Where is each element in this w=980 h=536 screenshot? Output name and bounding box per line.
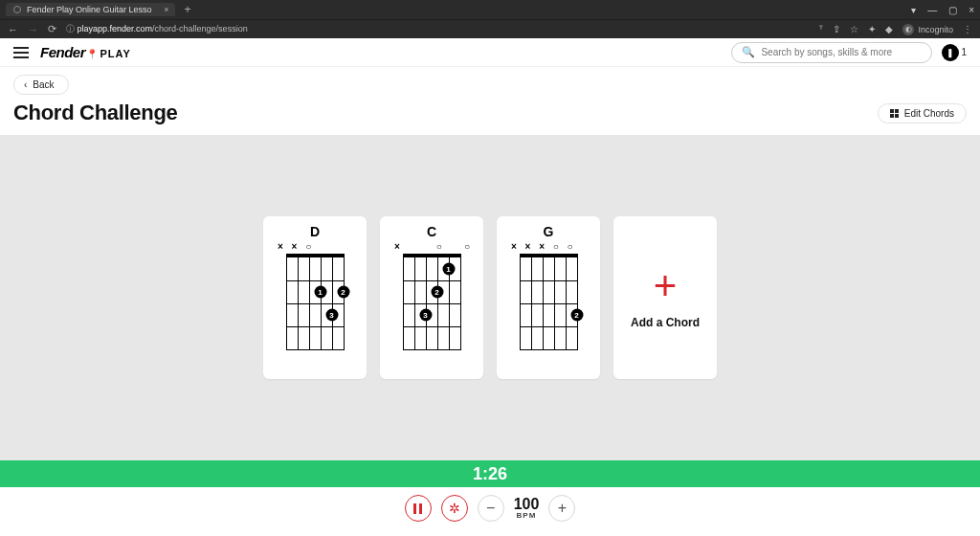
chord-stage: D××○123C×○○123G×××○○2 + Add a Chord [0,135,980,460]
add-chord-card[interactable]: + Add a Chord [613,216,717,379]
chord-card[interactable]: C×○○123 [380,216,483,379]
chord-card[interactable]: D××○123 [263,216,367,379]
pause-button[interactable] [405,495,432,522]
incognito-icon: ◐ [902,24,914,35]
back-button[interactable]: ‹ Back [13,75,69,95]
window-maximize-icon[interactable]: ▢ [948,5,957,15]
search-field[interactable] [761,47,922,57]
bpm-decrease-button[interactable]: − [478,495,504,522]
streak-count: 1 [961,47,967,57]
brand-logo[interactable]: Fender📍PLAY [40,44,131,60]
fretboard: 123 [286,254,345,349]
nav-reload-icon[interactable]: ⟳ [48,23,56,35]
chevron-down-icon[interactable]: ▾ [911,5,916,15]
chord-name: G [544,224,554,239]
edit-chords-button[interactable]: Edit Chords [878,103,967,123]
streak-badge-icon[interactable]: ❚ [942,44,959,61]
chord-name: D [310,224,320,239]
browser-tab[interactable]: Fender Play Online Guitar Lesso × [6,3,175,16]
bpm-increase-button[interactable]: + [548,495,575,522]
open-string-row: ×○○ [394,240,469,252]
close-tab-icon[interactable]: × [164,5,168,14]
chevron-left-icon: ‹ [24,79,27,90]
window-minimize-icon[interactable]: — [927,5,937,15]
finger-dot: 2 [337,286,349,299]
incognito-indicator: ◐ Incognito [902,24,953,35]
page-title: Chord Challenge [13,100,178,125]
minus-icon: − [486,500,495,517]
kebab-menu-icon[interactable]: ⋮ [963,24,972,34]
new-tab-button[interactable]: + [181,3,195,16]
window-controls: ▾ — ▢ × [911,5,974,15]
finger-dot: 3 [325,309,338,322]
extension2-icon[interactable]: ◆ [885,24,893,34]
tab-title: Fender Play Online Guitar Lesso [27,5,152,14]
plus-icon: + [654,266,678,306]
pause-icon [413,503,422,514]
window-close-icon[interactable]: × [969,5,974,15]
playback-controls: ✲ − 100 BPM + [0,487,980,529]
metronome-button[interactable]: ✲ [441,495,468,522]
plus-small-icon: + [558,500,567,517]
fretboard: 123 [403,254,461,349]
tab-favicon [13,6,21,13]
hamburger-menu-icon[interactable] [13,47,29,58]
search-input[interactable]: 🔍 [731,42,932,63]
finger-dot: 1 [314,286,326,299]
finger-dot: 2 [431,286,443,299]
extensions-icon[interactable]: ✦ [868,24,876,34]
finger-dot: 2 [570,309,583,322]
location-pin-icon: 📍 [86,49,98,59]
open-string-row: ×××○○ [511,240,586,252]
grid-icon [890,109,899,118]
fretboard: 2 [520,254,578,349]
finger-dot: 3 [419,309,432,322]
nav-forward-icon[interactable]: → [28,24,38,35]
chord-name: C [427,224,436,239]
share-icon[interactable]: ⇪ [833,24,840,34]
add-chord-label: Add a Chord [631,316,700,329]
chord-card[interactable]: G×××○○2 [497,216,600,379]
finger-dot: 1 [442,263,455,276]
bpm-display: 100 BPM [514,497,540,520]
metronome-icon: ✲ [449,501,460,516]
timer-value: 1:26 [473,464,507,484]
nav-back-icon[interactable]: ← [8,24,18,35]
timer-bar: 1:26 [0,460,980,487]
translate-icon[interactable]: ᵀ [819,24,823,34]
address-bar[interactable]: ⓘ playapp.fender.com/chord-challenge/ses… [66,23,810,35]
open-string-row: ××○ [278,240,352,252]
search-icon: 🔍 [742,46,755,58]
bookmark-icon[interactable]: ☆ [850,24,858,34]
